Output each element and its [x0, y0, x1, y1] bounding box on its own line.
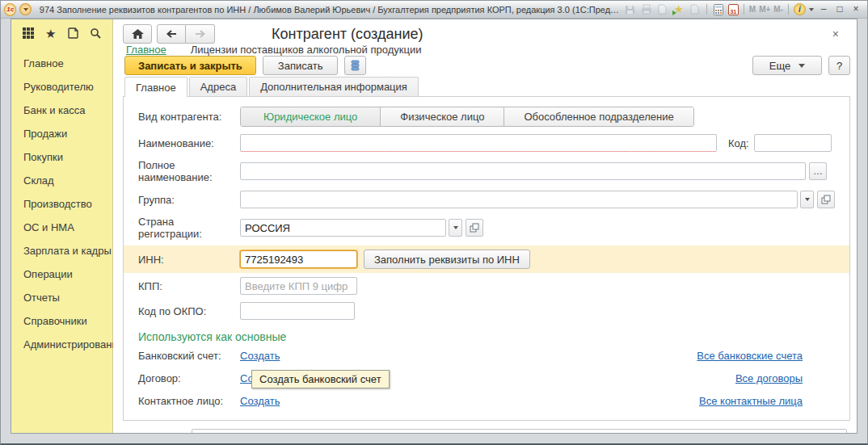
forward-button[interactable] — [186, 24, 215, 44]
okpo-input[interactable] — [240, 302, 355, 320]
close-window-button[interactable]: × — [849, 3, 862, 15]
nav-link-licenses[interactable]: Лицензии поставщиков алкогольной продукц… — [191, 44, 422, 56]
kind-option-obosoblennoe-podrazdelenie[interactable]: Обособленное подразделение — [504, 107, 693, 126]
save-and-close-button[interactable]: Записать и закрыть — [124, 56, 256, 75]
functions-menu-icon[interactable] — [21, 26, 36, 40]
primary-section-header: Используются как основные — [124, 325, 849, 350]
separator — [744, 4, 744, 15]
group-open-button[interactable] — [817, 191, 835, 208]
document-icon[interactable] — [689, 3, 702, 15]
memory-m-minus-button[interactable]: M- — [773, 5, 783, 14]
sidebar-item-bank-i-kassa[interactable]: Банк и касса — [11, 99, 112, 122]
create-contact-link[interactable]: Создать — [240, 395, 280, 407]
add-to-favorites-icon[interactable]: ★ — [672, 3, 685, 15]
form-tabs: Главное Адреса Дополнительная информация — [123, 77, 850, 96]
database-icon — [351, 60, 360, 71]
comment-input[interactable] — [192, 429, 847, 434]
inn-input[interactable] — [240, 250, 357, 268]
sidebar-item-spravochniki[interactable]: Справочники — [11, 309, 112, 333]
kind-option-fizicheskoe-lico[interactable]: Физическое лицо — [381, 107, 504, 126]
sidebar-item-pokupki[interactable]: Покупки — [11, 145, 112, 169]
info-icon[interactable]: i — [794, 3, 806, 15]
tab-panel-glavnoe: Вид контрагента: Юридическое лицо Физиче… — [123, 96, 850, 421]
help-button[interactable]: ? — [828, 56, 850, 75]
fill-by-inn-button[interactable]: Заполнить реквизиты по ИНН — [364, 250, 530, 269]
sidebar-item-glavnoe[interactable]: Главное — [11, 52, 112, 75]
kpp-input[interactable] — [240, 277, 357, 295]
field-row-full-name: Полное наименование: … — [124, 157, 849, 185]
nav-link-glavnoe[interactable]: Главное — [126, 44, 166, 56]
form-nav-links: Главное Лицензии поставщиков алкогольной… — [123, 44, 850, 56]
window-title: 974 Заполнение реквизитов контрагентов п… — [40, 5, 621, 15]
form-close-button[interactable]: × — [832, 28, 839, 40]
more-button[interactable]: Еще — [752, 56, 822, 75]
create-bank-account-link[interactable]: Создать — [240, 350, 280, 362]
history-nav-group — [157, 24, 215, 44]
all-contacts-link[interactable]: Все контактные лица — [699, 395, 803, 407]
calendar-icon[interactable]: 31 — [728, 4, 739, 15]
save-icon[interactable] — [624, 3, 637, 15]
tab-glavnoe[interactable]: Главное — [124, 77, 188, 97]
maximize-button[interactable]: □ — [833, 3, 846, 15]
history-icon[interactable] — [65, 26, 80, 40]
search-icon[interactable] — [88, 26, 103, 40]
kind-label: Вид контрагента: — [138, 111, 240, 123]
chevron-down-icon — [23, 8, 28, 11]
sidebar-item-proizvodstvo[interactable]: Производство — [11, 192, 112, 216]
country-input[interactable] — [240, 219, 446, 237]
ellipsis-button[interactable]: … — [809, 162, 827, 180]
sidebar-item-rukovoditelyu[interactable]: Руководителю — [11, 75, 112, 99]
titlebar: 1с 974 Заполнение реквизитов контрагенто… — [1, 1, 867, 19]
country-open-button[interactable] — [466, 219, 483, 237]
group-dropdown-button[interactable] — [800, 191, 814, 208]
comment-label: Комментарий: — [123, 432, 187, 434]
home-button[interactable] — [123, 24, 152, 44]
open-windows-icon — [470, 223, 479, 233]
field-row-kpp: КПП: — [124, 275, 849, 296]
chevron-down-icon[interactable] — [809, 8, 814, 11]
application-window: 1с 974 Заполнение реквизитов контрагенто… — [0, 0, 868, 445]
memory-m-plus-button[interactable]: M+ — [759, 5, 770, 14]
memory-m-button[interactable]: M — [749, 5, 756, 14]
name-input[interactable] — [240, 134, 717, 152]
country-dropdown-button[interactable] — [449, 219, 462, 237]
sidebar-item-operacii[interactable]: Операции — [11, 262, 112, 286]
save-button[interactable]: Записать — [263, 56, 339, 75]
preview-icon[interactable] — [656, 3, 669, 15]
more-button-label: Еще — [769, 60, 790, 72]
contract-label: Договор: — [138, 372, 240, 384]
arrow-right-icon — [195, 29, 206, 39]
sidebar-item-prodazhi[interactable]: Продажи — [11, 122, 112, 145]
app-menu-dropdown[interactable] — [19, 3, 31, 15]
tab-adresa[interactable]: Адреса — [189, 77, 247, 96]
kind-option-yuridicheskoe-lico[interactable]: Юридическое лицо — [241, 107, 381, 126]
tab-dop-informaciya[interactable]: Дополнительная информация — [249, 77, 419, 96]
register-records-button[interactable] — [344, 56, 366, 75]
all-bank-accounts-link[interactable]: Все банковские счета — [697, 350, 803, 362]
code-input[interactable] — [754, 134, 832, 152]
group-input[interactable] — [240, 191, 798, 208]
field-row-country: Страна регистрации: — [124, 214, 849, 241]
contact-person-label: Контактное лицо: — [138, 395, 240, 407]
field-row-name: Наименование: Код: — [124, 132, 849, 153]
sidebar-item-sklad[interactable]: Склад — [11, 169, 112, 192]
code-label: Код: — [728, 137, 749, 149]
bank-account-label: Банковский счет: — [138, 350, 240, 362]
group-label: Группа: — [138, 194, 240, 206]
sections-sidebar: ★ Главное Руководителю Банк и касса Прод… — [11, 19, 113, 433]
minimize-button[interactable]: – — [817, 3, 830, 15]
full-name-input[interactable] — [240, 162, 806, 180]
sidebar-item-os-i-nma[interactable]: ОС и НМА — [11, 216, 112, 239]
calculator-icon[interactable] — [712, 3, 725, 15]
sidebar-item-otchety[interactable]: Отчеты — [11, 286, 112, 309]
back-button[interactable] — [157, 24, 186, 44]
favorites-star-icon[interactable]: ★ — [44, 26, 58, 40]
print-icon[interactable] — [640, 3, 653, 15]
home-icon — [132, 29, 144, 40]
open-windows-icon — [821, 195, 831, 204]
sidebar-item-administrirovanie[interactable]: Администрирование — [11, 333, 112, 356]
sidebar-item-zarplata-i-kadry[interactable]: Зарплата и кадры — [11, 239, 112, 262]
all-contracts-link[interactable]: Все договоры — [735, 372, 803, 384]
1c-app-icon[interactable]: 1с — [4, 3, 16, 16]
arrow-left-icon — [166, 29, 177, 39]
